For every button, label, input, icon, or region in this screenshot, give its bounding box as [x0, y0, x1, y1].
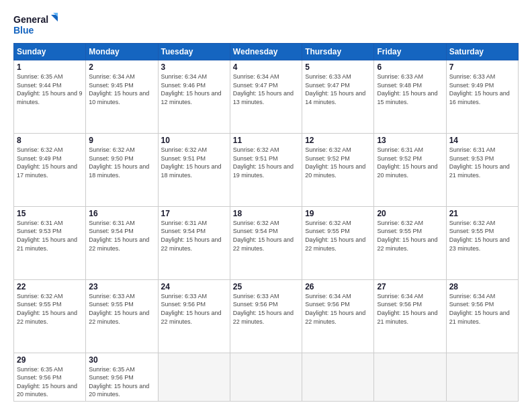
day-info: Sunrise: 6:35 AMSunset: 9:56 PMDaylight:… [17, 365, 83, 399]
calendar-cell: 24Sunrise: 6:33 AMSunset: 9:56 PMDayligh… [158, 279, 230, 353]
day-info: Sunrise: 6:32 AMSunset: 9:51 PMDaylight:… [233, 146, 299, 179]
calendar-header-day: Wednesday [230, 44, 302, 60]
calendar-cell: 29Sunrise: 6:35 AMSunset: 9:56 PMDayligh… [14, 353, 86, 401]
day-number: 29 [17, 355, 83, 365]
calendar-header-day: Thursday [302, 44, 374, 60]
calendar-row: 15Sunrise: 6:31 AMSunset: 9:53 PMDayligh… [14, 206, 519, 279]
calendar-cell: 16Sunrise: 6:31 AMSunset: 9:54 PMDayligh… [86, 206, 158, 279]
day-number: 8 [17, 136, 83, 145]
calendar-cell: 9Sunrise: 6:32 AMSunset: 9:50 PMDaylight… [86, 133, 158, 206]
calendar-cell: 14Sunrise: 6:31 AMSunset: 9:53 PMDayligh… [446, 133, 518, 206]
day-info: Sunrise: 6:33 AMSunset: 9:47 PMDaylight:… [305, 73, 371, 106]
calendar-cell: 6Sunrise: 6:33 AMSunset: 9:48 PMDaylight… [374, 60, 446, 134]
calendar-row: 22Sunrise: 6:32 AMSunset: 9:55 PMDayligh… [14, 279, 519, 353]
day-info: Sunrise: 6:32 AMSunset: 9:49 PMDaylight:… [17, 146, 83, 179]
calendar-cell: 10Sunrise: 6:32 AMSunset: 9:51 PMDayligh… [158, 133, 230, 206]
day-info: Sunrise: 6:34 AMSunset: 9:56 PMDaylight:… [449, 292, 515, 326]
day-info: Sunrise: 6:35 AMSunset: 9:44 PMDaylight:… [17, 73, 83, 106]
calendar-cell [374, 353, 446, 401]
day-info: Sunrise: 6:31 AMSunset: 9:54 PMDaylight:… [161, 219, 227, 253]
day-number: 16 [89, 209, 154, 218]
day-number: 6 [377, 62, 443, 72]
day-number: 19 [305, 209, 371, 218]
page: General Blue SundayMondayTuesdayWednesda… [0, 0, 532, 411]
calendar-cell: 1Sunrise: 6:35 AMSunset: 9:44 PMDaylight… [14, 60, 86, 134]
calendar-row: 1Sunrise: 6:35 AMSunset: 9:44 PMDaylight… [14, 60, 519, 134]
calendar-cell: 11Sunrise: 6:32 AMSunset: 9:51 PMDayligh… [230, 133, 302, 206]
calendar-cell [230, 353, 302, 401]
day-number: 28 [449, 282, 515, 291]
day-info: Sunrise: 6:34 AMSunset: 9:46 PMDaylight:… [161, 73, 227, 106]
day-number: 14 [449, 136, 515, 145]
calendar-header-day: Saturday [446, 44, 518, 60]
calendar-cell: 15Sunrise: 6:31 AMSunset: 9:53 PMDayligh… [14, 206, 86, 279]
day-number: 10 [161, 136, 227, 145]
calendar-cell: 12Sunrise: 6:32 AMSunset: 9:52 PMDayligh… [302, 133, 374, 206]
day-number: 24 [161, 282, 227, 291]
calendar-cell: 17Sunrise: 6:31 AMSunset: 9:54 PMDayligh… [158, 206, 230, 279]
day-number: 27 [377, 282, 443, 291]
day-info: Sunrise: 6:31 AMSunset: 9:54 PMDaylight:… [89, 219, 154, 253]
calendar-cell [158, 353, 230, 401]
day-number: 2 [89, 62, 154, 72]
day-info: Sunrise: 6:32 AMSunset: 9:54 PMDaylight:… [233, 219, 299, 253]
day-number: 5 [305, 62, 371, 72]
calendar-cell: 8Sunrise: 6:32 AMSunset: 9:49 PMDaylight… [14, 133, 86, 206]
day-info: Sunrise: 6:32 AMSunset: 9:55 PMDaylight:… [17, 292, 83, 326]
day-info: Sunrise: 6:34 AMSunset: 9:56 PMDaylight:… [305, 292, 371, 326]
day-info: Sunrise: 6:31 AMSunset: 9:52 PMDaylight:… [377, 146, 443, 179]
calendar-cell: 30Sunrise: 6:35 AMSunset: 9:56 PMDayligh… [86, 353, 158, 401]
calendar-header-row: SundayMondayTuesdayWednesdayThursdayFrid… [14, 44, 519, 60]
day-info: Sunrise: 6:34 AMSunset: 9:45 PMDaylight:… [89, 73, 154, 106]
calendar-cell: 20Sunrise: 6:32 AMSunset: 9:55 PMDayligh… [374, 206, 446, 279]
calendar-table: SundayMondayTuesdayWednesdayThursdayFrid… [13, 43, 519, 402]
calendar-cell: 21Sunrise: 6:32 AMSunset: 9:55 PMDayligh… [446, 206, 518, 279]
calendar-row: 8Sunrise: 6:32 AMSunset: 9:49 PMDaylight… [14, 133, 519, 206]
day-number: 4 [233, 62, 299, 72]
calendar-cell: 28Sunrise: 6:34 AMSunset: 9:56 PMDayligh… [446, 279, 518, 353]
day-number: 26 [305, 282, 371, 291]
day-info: Sunrise: 6:32 AMSunset: 9:55 PMDaylight:… [305, 219, 371, 253]
day-number: 11 [233, 136, 299, 145]
day-info: Sunrise: 6:32 AMSunset: 9:52 PMDaylight:… [305, 146, 371, 179]
day-info: Sunrise: 6:34 AMSunset: 9:47 PMDaylight:… [233, 73, 299, 106]
calendar-cell: 22Sunrise: 6:32 AMSunset: 9:55 PMDayligh… [14, 279, 86, 353]
calendar-cell: 18Sunrise: 6:32 AMSunset: 9:54 PMDayligh… [230, 206, 302, 279]
day-info: Sunrise: 6:33 AMSunset: 9:56 PMDaylight:… [233, 292, 299, 326]
calendar-header-day: Monday [86, 44, 158, 60]
day-info: Sunrise: 6:33 AMSunset: 9:48 PMDaylight:… [377, 73, 443, 106]
day-number: 15 [17, 209, 83, 218]
day-number: 22 [17, 282, 83, 291]
day-info: Sunrise: 6:31 AMSunset: 9:53 PMDaylight:… [449, 146, 515, 179]
day-number: 9 [89, 136, 154, 145]
calendar-cell: 5Sunrise: 6:33 AMSunset: 9:47 PMDaylight… [302, 60, 374, 134]
day-info: Sunrise: 6:34 AMSunset: 9:56 PMDaylight:… [377, 292, 443, 326]
calendar-cell: 13Sunrise: 6:31 AMSunset: 9:52 PMDayligh… [374, 133, 446, 206]
calendar-cell: 4Sunrise: 6:34 AMSunset: 9:47 PMDaylight… [230, 60, 302, 134]
day-info: Sunrise: 6:32 AMSunset: 9:55 PMDaylight:… [449, 219, 515, 253]
day-info: Sunrise: 6:33 AMSunset: 9:55 PMDaylight:… [89, 292, 154, 326]
day-number: 21 [449, 209, 515, 218]
day-info: Sunrise: 6:32 AMSunset: 9:51 PMDaylight:… [161, 146, 227, 179]
calendar-cell: 26Sunrise: 6:34 AMSunset: 9:56 PMDayligh… [302, 279, 374, 353]
svg-text:General: General [13, 14, 48, 25]
day-number: 3 [161, 62, 227, 72]
day-number: 13 [377, 136, 443, 145]
calendar-cell: 2Sunrise: 6:34 AMSunset: 9:45 PMDaylight… [86, 60, 158, 134]
day-number: 20 [377, 209, 443, 218]
calendar-cell: 3Sunrise: 6:34 AMSunset: 9:46 PMDaylight… [158, 60, 230, 134]
day-number: 1 [17, 62, 83, 72]
day-info: Sunrise: 6:32 AMSunset: 9:50 PMDaylight:… [89, 146, 154, 179]
day-number: 23 [89, 282, 154, 291]
day-info: Sunrise: 6:32 AMSunset: 9:55 PMDaylight:… [377, 219, 443, 253]
day-info: Sunrise: 6:33 AMSunset: 9:49 PMDaylight:… [449, 73, 515, 106]
calendar-cell [446, 353, 518, 401]
day-info: Sunrise: 6:31 AMSunset: 9:53 PMDaylight:… [17, 219, 83, 253]
calendar-cell: 7Sunrise: 6:33 AMSunset: 9:49 PMDaylight… [446, 60, 518, 134]
day-number: 12 [305, 136, 371, 145]
day-number: 30 [89, 355, 154, 365]
day-info: Sunrise: 6:35 AMSunset: 9:56 PMDaylight:… [89, 365, 154, 399]
svg-text:Blue: Blue [13, 25, 34, 36]
calendar-cell: 19Sunrise: 6:32 AMSunset: 9:55 PMDayligh… [302, 206, 374, 279]
calendar-cell: 25Sunrise: 6:33 AMSunset: 9:56 PMDayligh… [230, 279, 302, 353]
